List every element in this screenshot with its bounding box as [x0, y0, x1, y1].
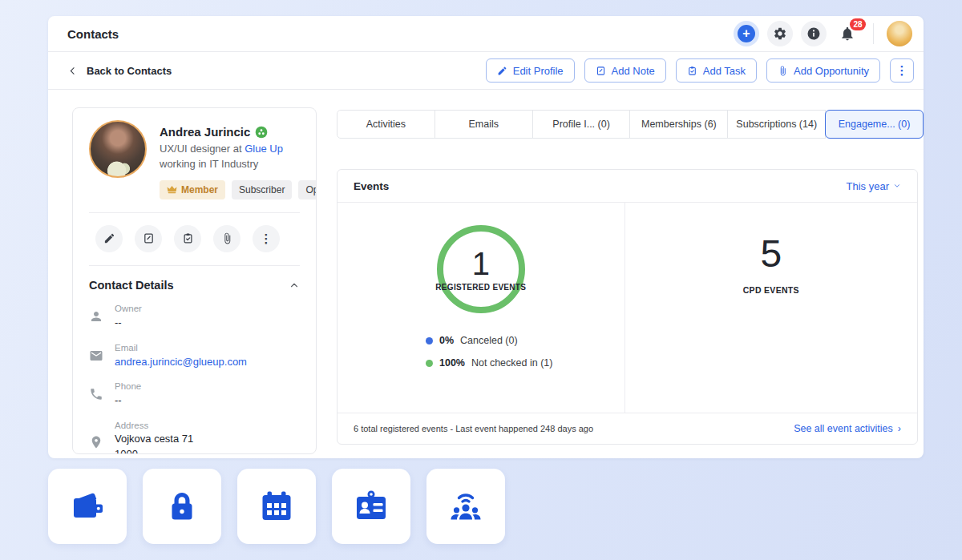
toolbar: Back to Contacts Edit Profile Add Note A… [48, 52, 924, 90]
events-title: Events [354, 180, 389, 192]
pencil-icon [103, 232, 115, 244]
role-prefix: UX/UI designer at [160, 143, 245, 155]
back-label: Back to Contacts [87, 65, 172, 77]
wallet-icon [68, 487, 107, 526]
quick-task-button[interactable] [174, 225, 201, 252]
cpd-events-label: CPD EVENTS [743, 285, 799, 295]
calendar-icon [257, 487, 296, 526]
email-icon [89, 348, 103, 363]
person-icon [89, 309, 103, 324]
tab-subscriptions[interactable]: Subscriptions (14) [727, 110, 826, 139]
address-line-1: Vojkova cesta 71 [115, 432, 193, 447]
gear-icon [773, 26, 787, 41]
main-window: Contacts + 28 Back to Contacts [48, 16, 924, 458]
dock-tile-wallet[interactable] [48, 469, 127, 544]
plus-icon: + [738, 25, 755, 42]
address-field: Address Vojkova cesta 71 1000 Slovenia [89, 421, 300, 454]
events-body: 1 REGISTERED EVENTS 0% Canceled (0) [338, 203, 917, 413]
pencil-icon [497, 66, 507, 76]
legend-dot-green [426, 360, 433, 367]
contact-role: UX/UI designer at Glue Up working in IT … [160, 142, 317, 172]
membership-card-icon [352, 487, 390, 526]
settings-button[interactable] [767, 21, 793, 46]
email-field: Email andrea.jurincic@glueup.com [89, 343, 300, 370]
period-dropdown[interactable]: This year [847, 180, 901, 192]
divider [89, 212, 300, 213]
tab-profile-info[interactable]: Profile I... (0) [532, 110, 631, 139]
role-suffix: working in IT Industry [160, 157, 317, 172]
cpd-events-panel: 5 CPD EVENTS [625, 203, 917, 413]
create-button[interactable]: + [734, 21, 759, 46]
more-actions-button[interactable]: ⋮ [890, 58, 914, 83]
task-icon [182, 232, 194, 244]
back-to-contacts[interactable]: Back to Contacts [67, 65, 172, 77]
dock-tile-community[interactable] [426, 469, 505, 544]
tab-bar: Activities Emails Profile I... (0) Membe… [337, 110, 924, 139]
crown-icon [167, 184, 177, 195]
company-link[interactable]: Glue Up [245, 143, 283, 155]
add-note-button[interactable]: Add Note [584, 58, 666, 83]
owner-value: -- [115, 316, 142, 331]
divider [89, 265, 300, 266]
quick-more-button[interactable]: ⋮ [253, 225, 280, 252]
add-opportunity-label: Add Opportunity [794, 65, 869, 77]
profile-avatar [89, 120, 147, 178]
add-opportunity-button[interactable]: Add Opportunity [766, 58, 880, 83]
profile-info: Andrea Jurincic UX/UI designer at Glue U… [160, 120, 317, 199]
community-broadcast-icon [447, 487, 485, 526]
edit-profile-label: Edit Profile [513, 65, 564, 77]
chevron-left-icon [67, 66, 78, 76]
add-task-label: Add Task [703, 65, 746, 77]
quick-edit-button[interactable] [95, 225, 123, 252]
phone-label: Phone [115, 381, 141, 391]
paperclip-icon [778, 66, 788, 76]
chevron-right-icon: › [898, 423, 901, 434]
owner-field: Owner -- [89, 304, 300, 331]
kebab-icon: ⋮ [896, 63, 908, 78]
email-value[interactable]: andrea.jurincic@glueup.com [115, 355, 247, 370]
add-note-label: Add Note [612, 65, 655, 77]
info-button[interactable] [801, 21, 827, 46]
see-all-event-activities-link[interactable]: See all event activities › [794, 423, 901, 434]
dock-tile-calendar[interactable] [237, 469, 316, 544]
tab-memberships[interactable]: Memberships (6) [629, 110, 728, 139]
events-card: Events This year 1 REGISTERED EVENTS [337, 169, 918, 445]
registered-events-count: 1 [472, 248, 490, 280]
tab-emails[interactable]: Emails [435, 110, 533, 139]
dock-tile-membership-card[interactable] [332, 469, 410, 544]
legend-item-not-checked-in: 100% Not checked in (1) [426, 357, 624, 369]
toolbar-actions: Edit Profile Add Note Add Task Add Oppor… [486, 58, 914, 83]
app-header: Contacts + 28 [48, 16, 924, 52]
events-summary: 6 total registered events - Last event h… [354, 424, 593, 433]
events-header: Events This year [338, 170, 917, 203]
location-icon [89, 435, 103, 449]
phone-icon [89, 387, 103, 401]
detail-panel: Activities Emails Profile I... (0) Membe… [317, 90, 924, 454]
edit-profile-button[interactable]: Edit Profile [486, 58, 575, 83]
info-icon [806, 26, 821, 41]
legend-dot-blue [426, 337, 433, 344]
registered-events-ring-chart: 1 REGISTERED EVENTS [437, 225, 525, 313]
quick-note-button[interactable] [135, 225, 162, 252]
user-avatar[interactable] [887, 21, 912, 46]
chevron-up-icon [289, 280, 300, 291]
add-task-button[interactable]: Add Task [676, 58, 757, 83]
registered-events-label: REGISTERED EVENTS [435, 283, 526, 292]
quick-actions: ⋮ [89, 225, 300, 252]
dock-tile-lock[interactable] [143, 469, 221, 544]
engagement-badge-icon [255, 126, 268, 139]
optin-badge: Opt-in [298, 180, 317, 199]
notification-badge: 28 [850, 18, 866, 30]
header-actions: + 28 [734, 21, 912, 46]
legend-item-canceled: 0% Canceled (0) [426, 335, 624, 346]
kebab-icon: ⋮ [261, 232, 273, 246]
contact-badges: Member Subscriber Opt-in [160, 180, 317, 199]
tab-engagement[interactable]: Engageme... (0) [825, 110, 924, 139]
chart-legend: 0% Canceled (0) 100% Not checked in (1) [426, 335, 624, 369]
tab-activities[interactable]: Activities [337, 110, 435, 139]
period-value: This year [847, 180, 889, 192]
cpd-events-count: 5 [760, 235, 782, 273]
quick-opportunity-button[interactable] [213, 225, 240, 252]
notifications-button[interactable]: 28 [835, 21, 860, 46]
contact-details-toggle[interactable]: Contact Details [89, 279, 300, 292]
